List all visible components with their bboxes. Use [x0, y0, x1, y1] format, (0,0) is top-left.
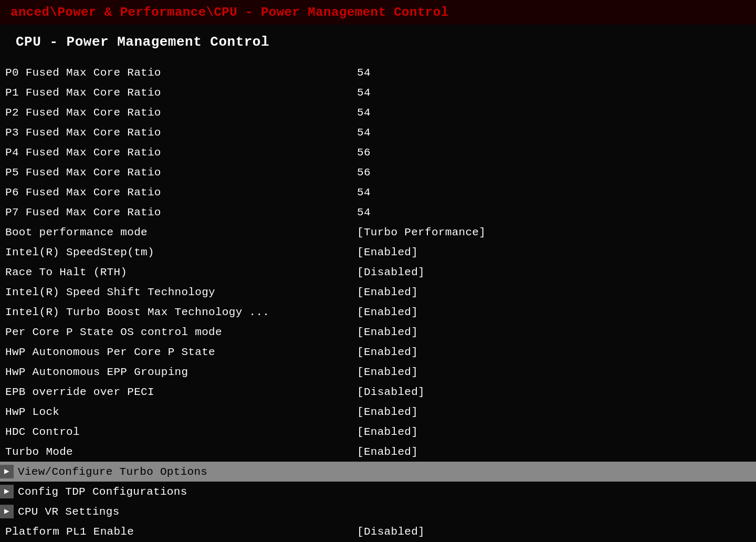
breadcrumb: anced\Power & Performance\CPU - Power Ma… — [0, 0, 756, 25]
setting-value: 54 — [326, 82, 756, 102]
setting-row-hwp-lock: HwP Lock[Enabled] — [0, 402, 756, 422]
setting-value: [Enabled] — [326, 422, 756, 442]
setting-row-epb-override: EPB override over PECI[Disabled] — [0, 382, 756, 402]
setting-value: [Enabled] — [326, 442, 756, 462]
setting-value: 54 — [326, 62, 756, 82]
setting-value: [Enabled] — [326, 302, 756, 322]
arrow-right-icon: ▶ — [0, 505, 14, 518]
setting-row-p1-fused: P1 Fused Max Core Ratio54 — [0, 82, 756, 102]
setting-row-hwp-auto-per-core: HwP Autonomous Per Core P State[Enabled] — [0, 342, 756, 362]
setting-row-view-turbo[interactable]: ▶View/Configure Turbo Options — [0, 462, 756, 482]
setting-row-p2-fused: P2 Fused Max Core Ratio54 — [0, 102, 756, 122]
setting-row-turbo-mode: Turbo Mode[Enabled] — [0, 442, 756, 462]
setting-value: [Disabled] — [326, 382, 756, 402]
setting-value: [Disabled] — [326, 522, 756, 541]
setting-value: [Disabled] — [326, 262, 756, 282]
setting-row-p0-fused: P0 Fused Max Core Ratio54 — [0, 62, 756, 82]
setting-value — [326, 462, 756, 482]
setting-row-p7-fused: P7 Fused Max Core Ratio54 — [0, 202, 756, 222]
bios-screen: anced\Power & Performance\CPU - Power Ma… — [0, 0, 756, 542]
setting-value: [Enabled] — [326, 242, 756, 262]
setting-value: 56 — [326, 162, 756, 182]
setting-value: [Enabled] — [326, 322, 756, 342]
setting-value: 54 — [326, 122, 756, 142]
arrow-right-icon: ▶ — [0, 465, 14, 478]
setting-value: [Enabled] — [326, 362, 756, 382]
setting-row-config-tdp[interactable]: ▶Config TDP Configurations — [0, 482, 756, 502]
setting-value: [Turbo Performance] — [326, 222, 756, 242]
setting-value: 56 — [326, 142, 756, 162]
setting-row-cpu-vr-settings[interactable]: ▶CPU VR Settings — [0, 502, 756, 522]
setting-row-speedstep: Intel(R) SpeedStep(tm)[Enabled] — [0, 242, 756, 262]
setting-row-race-to-halt: Race To Halt (RTH)[Disabled] — [0, 262, 756, 282]
setting-value — [326, 482, 756, 502]
setting-value: 54 — [326, 182, 756, 202]
setting-value: [Enabled] — [326, 342, 756, 362]
setting-row-hdc-control: HDC Control[Enabled] — [0, 422, 756, 442]
setting-value: 54 — [326, 202, 756, 222]
arrow-right-icon: ▶ — [0, 485, 14, 498]
setting-row-p3-fused: P3 Fused Max Core Ratio54 — [0, 122, 756, 142]
setting-value: 54 — [326, 102, 756, 122]
setting-label: CPU VR Settings — [18, 506, 120, 518]
setting-value: [Enabled] — [326, 282, 756, 302]
settings-list: P0 Fused Max Core Ratio54P1 Fused Max Co… — [0, 62, 756, 541]
setting-row-boot-perf: Boot performance mode[Turbo Performance] — [0, 222, 756, 242]
setting-row-hwp-auto-epp: HwP Autonomous EPP Grouping[Enabled] — [0, 362, 756, 382]
setting-value — [326, 502, 756, 522]
setting-row-p4-fused: P4 Fused Max Core Ratio56 — [0, 142, 756, 162]
setting-row-p6-fused: P6 Fused Max Core Ratio54 — [0, 182, 756, 202]
setting-row-platform-pl1: Platform PL1 Enable[Disabled] — [0, 522, 756, 541]
setting-value: [Enabled] — [326, 402, 756, 422]
setting-row-turbo-boost-max: Intel(R) Turbo Boost Max Technology ...[… — [0, 302, 756, 322]
page-title: CPU - Power Management Control — [0, 25, 756, 62]
setting-row-speed-shift: Intel(R) Speed Shift Technology[Enabled] — [0, 282, 756, 302]
setting-label: View/Configure Turbo Options — [18, 466, 207, 478]
setting-row-p5-fused: P5 Fused Max Core Ratio56 — [0, 162, 756, 182]
setting-row-per-core-p-state: Per Core P State OS control mode[Enabled… — [0, 322, 756, 342]
setting-label: Config TDP Configurations — [18, 486, 187, 498]
